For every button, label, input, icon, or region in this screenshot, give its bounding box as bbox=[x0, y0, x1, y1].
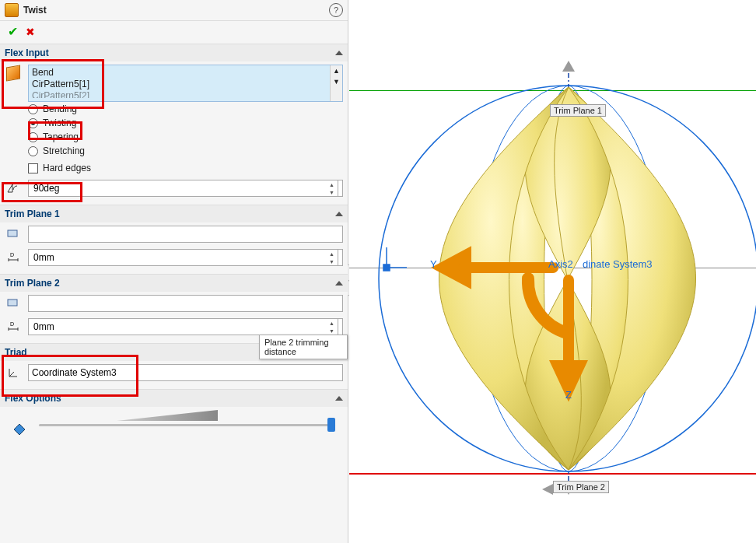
svg-rect-14 bbox=[383, 264, 390, 271]
trim2-ref-input[interactable] bbox=[28, 295, 343, 312]
distance-icon: D bbox=[5, 318, 22, 335]
tooltip-text: Plane 2 trimming distance bbox=[264, 338, 329, 356]
model-svg bbox=[349, 0, 756, 543]
svg-text:D: D bbox=[10, 252, 14, 257]
trim1-label: Trim Plane 1 bbox=[5, 208, 60, 219]
slider-thumb[interactable] bbox=[327, 418, 335, 432]
trim1-spinner[interactable]: ▲▼ bbox=[326, 249, 338, 266]
twist-feature-icon bbox=[5, 3, 19, 17]
triad-body bbox=[0, 361, 348, 389]
radio-icon bbox=[28, 132, 38, 142]
flex-input-body: Bend CirPattern5[1] CirPattern5[2] ▲ ▼ B… bbox=[0, 61, 348, 205]
radio-bending[interactable]: Bending bbox=[28, 102, 343, 116]
trim2-label: Trim Plane 2 bbox=[5, 278, 60, 289]
radio-label: Bending bbox=[43, 103, 77, 114]
section-trim2[interactable]: Trim Plane 2 bbox=[0, 274, 348, 292]
radio-label: Tapering bbox=[43, 131, 79, 142]
panel-header: Twist ? bbox=[0, 0, 348, 21]
triad-label: Triad bbox=[5, 347, 27, 358]
trim1-dist-row: D ▲▼ bbox=[28, 249, 343, 266]
check-hard-edges[interactable]: Hard edges bbox=[28, 161, 343, 175]
svg-marker-11 bbox=[558, 366, 579, 389]
radio-icon bbox=[28, 118, 38, 128]
body-select-icon bbox=[5, 65, 22, 82]
chevron-up-icon bbox=[335, 51, 343, 55]
radio-label: Stretching bbox=[43, 145, 85, 156]
trim2-dist-input[interactable] bbox=[28, 318, 343, 335]
distance-icon: D bbox=[5, 249, 22, 266]
chevron-up-icon bbox=[335, 396, 343, 401]
trim1-body: D ▲▼ bbox=[0, 222, 348, 274]
plane-ref-icon bbox=[5, 226, 22, 243]
accept-button[interactable] bbox=[8, 24, 18, 39]
svg-marker-15 bbox=[562, 61, 575, 72]
coord-label: dinate System3 bbox=[583, 258, 653, 270]
checkbox-icon bbox=[28, 163, 38, 173]
scroll-down-icon[interactable]: ▼ bbox=[331, 76, 342, 87]
flex-bodies-list[interactable]: Bend CirPattern5[1] CirPattern5[2] ▲ ▼ bbox=[28, 65, 343, 102]
trim2-dist-row: D ▲▼ bbox=[28, 318, 343, 335]
flex-input-label: Flex Input bbox=[5, 47, 49, 58]
angle-icon bbox=[5, 180, 22, 197]
section-flex-input[interactable]: Flex Input bbox=[0, 44, 348, 61]
check-label: Hard edges bbox=[43, 163, 91, 173]
angle-row: ▲▼ bbox=[28, 180, 343, 197]
plane-ref-icon bbox=[5, 295, 22, 312]
triad-input[interactable] bbox=[28, 364, 343, 381]
radio-twisting[interactable]: Twisting bbox=[28, 116, 343, 130]
trim1-dist-input[interactable] bbox=[28, 249, 343, 266]
chevron-up-icon bbox=[335, 281, 343, 286]
svg-text:D: D bbox=[10, 321, 14, 327]
axis-label: Axis2 bbox=[548, 258, 573, 270]
viewport-3d[interactable]: Y Z Axis2 dinate System3 Trim Plane 1 Tr… bbox=[349, 0, 756, 543]
chevron-up-icon bbox=[335, 212, 343, 216]
list-item[interactable]: Bend bbox=[32, 67, 339, 79]
help-icon[interactable]: ? bbox=[329, 3, 343, 17]
z-axis-label: Z bbox=[565, 389, 572, 401]
section-trim1[interactable]: Trim Plane 1 bbox=[0, 205, 348, 222]
tooltip: Plane 2 trimming distance bbox=[259, 335, 348, 359]
coord-sys-icon bbox=[5, 364, 22, 381]
ok-cancel-row bbox=[0, 21, 348, 44]
cancel-button[interactable] bbox=[26, 26, 35, 38]
trim-plane-2-label[interactable]: Trim Plane 2 bbox=[553, 481, 609, 493]
svg-marker-17 bbox=[542, 484, 553, 495]
svg-rect-0 bbox=[8, 230, 17, 236]
svg-rect-2 bbox=[8, 300, 17, 306]
list-item[interactable]: CirPattern5[2] bbox=[32, 90, 339, 98]
property-panel: Twist ? Flex Input Bend CirPattern5[1] C… bbox=[0, 0, 348, 543]
radio-icon bbox=[28, 146, 38, 156]
y-axis-label: Y bbox=[430, 258, 437, 270]
list-item[interactable]: CirPattern5[1] bbox=[32, 79, 339, 90]
panel-title: Twist bbox=[23, 5, 324, 16]
trim1-ref-input[interactable] bbox=[28, 226, 343, 243]
radio-stretching[interactable]: Stretching bbox=[28, 144, 343, 158]
angle-spinner[interactable]: ▲▼ bbox=[326, 180, 338, 197]
list-scrollbar[interactable]: ▲ ▼ bbox=[330, 65, 342, 101]
section-flex-options[interactable]: Flex Options bbox=[0, 389, 348, 407]
radio-icon bbox=[28, 104, 38, 114]
flex-options-body bbox=[0, 407, 348, 442]
radio-tapering[interactable]: Tapering bbox=[28, 130, 343, 144]
scroll-up-icon[interactable]: ▲ bbox=[331, 65, 342, 76]
angle-input[interactable] bbox=[28, 180, 343, 197]
trim-plane-1-label[interactable]: Trim Plane 1 bbox=[550, 104, 606, 117]
trim2-spinner[interactable]: ▲▼ bbox=[326, 318, 338, 335]
radio-label: Twisting bbox=[43, 117, 76, 128]
diamond-icon bbox=[11, 421, 28, 438]
accuracy-slider[interactable] bbox=[8, 410, 343, 434]
flex-options-label: Flex Options bbox=[5, 393, 61, 404]
wedge-icon bbox=[117, 410, 218, 421]
